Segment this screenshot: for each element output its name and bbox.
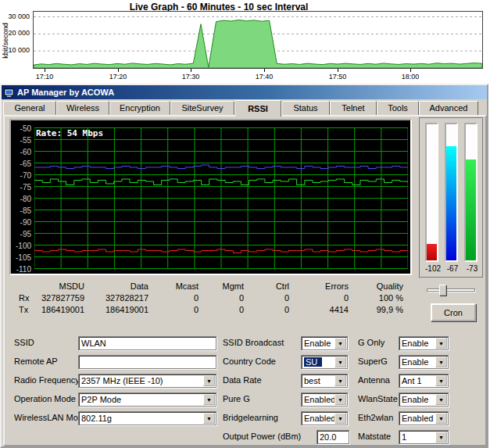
chevron-down-icon[interactable]: ▼ (334, 413, 346, 424)
live-xtick-mark (45, 69, 45, 72)
tab-tools[interactable]: Tools (377, 101, 419, 115)
tab-sitesurvey[interactable]: SiteSurvey (170, 101, 234, 115)
rssi-ytick-label: -90 (11, 218, 31, 227)
ssid-label: SSID (14, 338, 34, 347)
live-xtick-label: 17:50 (322, 73, 353, 81)
output-power-dbm-value: 20.0 (320, 432, 336, 442)
cron-button[interactable]: Cron (431, 303, 476, 321)
g-only-combo[interactable]: Enable▼ (399, 336, 449, 350)
tab-status[interactable]: Status (281, 101, 330, 115)
wirelesslan-mode-label: WirelessLAN Mode (14, 413, 88, 422)
radio-frequency-label: Radio Frequency (14, 375, 80, 385)
table-cell: 0 (199, 305, 244, 317)
rssi-ytick-label: -110 (11, 265, 31, 274)
tab-wireless[interactable]: Wireless (56, 101, 109, 115)
chevron-down-icon[interactable]: ▼ (334, 394, 346, 405)
live-graph-ylabel: kbit/second (2, 13, 11, 68)
g-only-label: G Only (358, 338, 384, 347)
tab-strip: GeneralWirelessEncryptionSiteSurveyRSSIS… (3, 100, 485, 115)
live-xtick-mark (338, 69, 338, 72)
table-header-cell: MSDU (33, 281, 84, 293)
live-xtick-label: 17:20 (102, 73, 134, 81)
wlanstate-combo[interactable]: Enable▼ (399, 392, 449, 407)
tab-telnet[interactable]: Telnet (330, 101, 377, 115)
table-row: Rx3278277593278282170000100 % (13, 293, 403, 305)
rssi-ytick-label: -75 (11, 183, 31, 192)
chevron-down-icon[interactable]: ▼ (203, 394, 215, 405)
meter-slider[interactable] (427, 283, 475, 297)
operation-mode-label: Operation Mode (14, 394, 76, 403)
country-code-combo[interactable]: SU▼ (301, 355, 348, 369)
ap-manager-window: AP Manager by ACOWA GeneralWirelessEncry… (0, 84, 488, 448)
chevron-down-icon[interactable]: ▼ (435, 338, 447, 349)
slider-thumb[interactable] (439, 285, 446, 296)
wlanstate-label: WlanState (358, 394, 398, 403)
chevron-down-icon[interactable]: ▼ (203, 375, 215, 386)
data-rate-combo[interactable]: best▼ (301, 374, 348, 388)
wirelesslan-mode-combo[interactable]: 802.11g▼ (78, 411, 216, 425)
ssid-broadcast-combo[interactable]: Enable▼ (301, 336, 348, 350)
tab-rssi[interactable]: RSSI (234, 100, 281, 116)
bridgelearning-combo[interactable]: Enabled▼ (301, 411, 348, 425)
table-header-cell: Ctrl (244, 281, 289, 293)
table-cell: 186419001 (84, 305, 148, 317)
wirelesslan-mode-value: 802.11g (81, 414, 112, 423)
live-xtick-label: 17:40 (249, 73, 280, 81)
window-titlebar[interactable]: AP Manager by ACOWA (2, 85, 487, 99)
live-ytick-label: 10 000 (0, 46, 30, 54)
table-header-cell: Data (84, 281, 148, 293)
eth2wlan-label: Eth2wlan (358, 413, 393, 422)
output-power-dbm-input[interactable]: 20.0 (317, 430, 349, 444)
pure-g-value: Enabled (304, 395, 335, 404)
rssi-ytick-label: -60 (11, 148, 31, 156)
rssi-ytick-label: -50 (11, 124, 31, 133)
matstate-combo[interactable]: 1▼ (399, 430, 449, 444)
operation-mode-combo[interactable]: P2P Mode▼ (78, 392, 216, 407)
bridgelearning-value: Enabled (304, 414, 335, 423)
radio-frequency-combo[interactable]: 2357 MHz (IEEE -10)▼ (78, 374, 216, 388)
ssid-input[interactable]: WLAN (78, 336, 216, 350)
remote-ap-input[interactable] (78, 355, 216, 369)
slider-track[interactable] (427, 289, 475, 292)
country-code-value: SU (304, 357, 322, 367)
chevron-down-icon[interactable]: ▼ (334, 357, 346, 367)
table-header-cell: Mcast (148, 281, 199, 293)
pure-g-combo[interactable]: Enabled▼ (301, 392, 348, 407)
tab-advanced[interactable]: Advanced (419, 101, 478, 115)
chevron-down-icon[interactable]: ▼ (435, 394, 447, 405)
chevron-down-icon[interactable]: ▼ (334, 338, 346, 349)
radio-frequency-value: 2357 MHz (IEEE -10) (81, 376, 163, 385)
chevron-down-icon[interactable]: ▼ (435, 375, 447, 386)
chevron-down-icon[interactable]: ▼ (435, 432, 447, 443)
rssi-ytick-label: -55 (11, 136, 31, 145)
operation-mode-value: P2P Mode (81, 395, 121, 404)
eth2wlan-combo[interactable]: Enabled▼ (399, 411, 449, 425)
table-header-cell: Errors (289, 281, 349, 293)
matstate-label: Matstate (358, 432, 391, 441)
tab-general[interactable]: General (3, 101, 56, 115)
antenna-label: Antenna (358, 375, 390, 385)
table-cell: Tx (13, 305, 33, 317)
live-xtick-mark (191, 69, 191, 72)
eth2wlan-value: Enabled (402, 414, 433, 423)
data-rate-label: Data Rate (223, 375, 262, 385)
superg-combo[interactable]: Enable▼ (399, 355, 449, 369)
signal-meter-panel: -102-67-73 (419, 117, 484, 278)
output-power-dbm-label: Output Power (dBm) (223, 432, 301, 441)
live-ytick-label: 30 000 (0, 13, 30, 20)
ssid-broadcast-label: SSID Broadcast (223, 338, 284, 347)
live-xtick-label: 18:00 (395, 73, 426, 81)
tab-encryption[interactable]: Encryption (109, 101, 170, 115)
g-only-value: Enable (402, 339, 428, 348)
antenna-combo[interactable]: Ant 1▼ (399, 374, 449, 388)
table-cell: 186419001 (33, 305, 84, 317)
chevron-down-icon[interactable]: ▼ (435, 413, 447, 424)
tab-page-rssi: -50-55-60-65-70-75-80-85-90-95-100-105-1… (3, 115, 487, 446)
table-cell: 0 (289, 293, 349, 305)
chevron-down-icon[interactable]: ▼ (334, 375, 346, 386)
chevron-down-icon[interactable]: ▼ (435, 357, 447, 367)
rssi-ytick-label: -95 (11, 230, 31, 238)
rssi-ytick-label: -70 (11, 171, 31, 180)
chevron-down-icon[interactable]: ▼ (203, 413, 215, 424)
rssi-plot (34, 127, 408, 269)
